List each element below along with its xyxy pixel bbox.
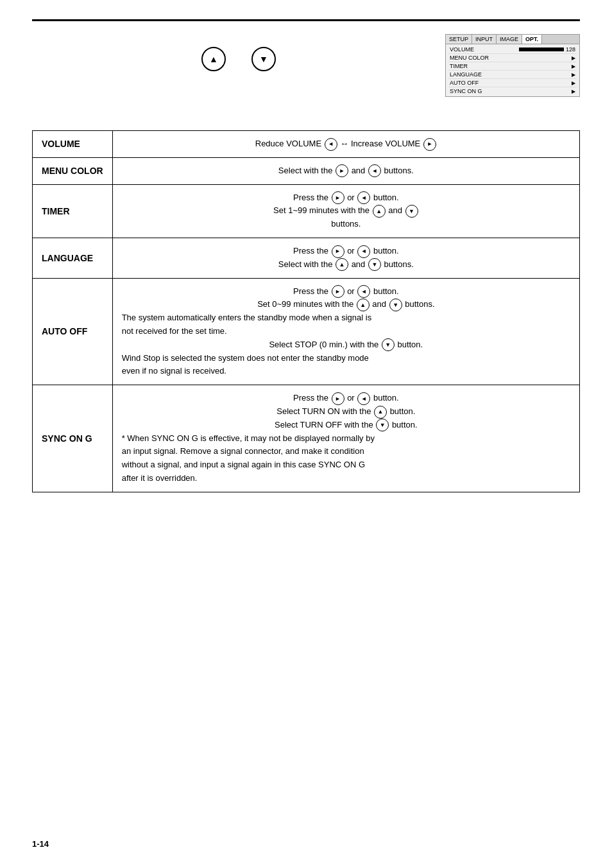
osd-arrow-language: ▶ — [572, 72, 575, 78]
desc-syncong-line2: Select TURN ON with the ▲ button. — [122, 405, 570, 419]
left-arrow-icon: ◄ — [325, 138, 337, 151]
instruction-table: VOLUME Reduce VOLUME ◄ ↔ Increase VOLUME… — [32, 130, 580, 492]
desc-timer-line2: Set 1~99 minutes with the ▲ and ▼ — [122, 204, 570, 218]
table-row-volume: VOLUME Reduce VOLUME ◄ ↔ Increase VOLUME… — [33, 131, 580, 158]
desc-syncong-line4: * When SYNC ON G is effective, it may no… — [122, 432, 570, 446]
right-btn-syncong: ► — [332, 392, 344, 405]
osd-row-language: LANGUAGE ▶ — [448, 71, 577, 79]
up-button-icon — [201, 47, 226, 71]
osd-row-menucolor: MENU COLOR ▶ — [448, 54, 577, 62]
desc-syncong: Press the ► or ◄ button. Select TURN ON … — [112, 385, 579, 492]
desc-syncong-line5: an input signal. Remove a signal connect… — [122, 445, 570, 458]
osd-row-timer: TIMER ▶ — [448, 62, 577, 71]
osd-volume-bar — [519, 48, 564, 51]
up-btn-autooff: ▲ — [357, 299, 370, 311]
desc-syncong-line6: without a signal, and input a signal aga… — [122, 458, 570, 472]
osd-tab-input: INPUT — [472, 35, 497, 44]
arrow-down-symbol — [259, 53, 268, 65]
up-btn-lang: ▲ — [336, 258, 348, 271]
left-btn-timer: ◄ — [357, 191, 370, 204]
osd-tab-image: IMAGE — [497, 35, 522, 44]
desc-autooff-line4: not received for the set time. — [122, 325, 570, 338]
down-button-icon — [251, 47, 276, 71]
osd-arrow-syncong: ▶ — [572, 89, 575, 94]
osd-menu: SETUP INPUT IMAGE OPT. VOLUME 128 MENU C… — [445, 34, 580, 97]
table-row-language: LANGUAGE Press the ► or ◄ button. Select… — [33, 238, 580, 278]
desc-autooff-line3: The system automatically enters the stan… — [122, 311, 570, 325]
desc-language-line2: Select with the ▲ and ▼ buttons. — [122, 258, 570, 272]
osd-row-autooff: AUTO OFF ▶ — [448, 79, 577, 87]
desc-volume-line1: Reduce VOLUME ◄ ↔ Increase VOLUME ► — [122, 137, 570, 151]
arrow-up-symbol — [209, 53, 218, 65]
table-row-autooff: AUTO OFF Press the ► or ◄ button. Set 0~… — [33, 278, 580, 385]
label-timer: TIMER — [33, 184, 113, 238]
osd-label-autooff: AUTO OFF — [450, 80, 570, 86]
label-language: LANGUAGE — [33, 238, 113, 278]
desc-menucolor: Select with the ► and ◄ buttons. — [112, 157, 579, 184]
desc-volume: Reduce VOLUME ◄ ↔ Increase VOLUME ► — [112, 131, 579, 158]
osd-label-menucolor: MENU COLOR — [450, 55, 570, 61]
desc-autooff: Press the ► or ◄ button. Set 0~99 minute… — [112, 278, 579, 385]
desc-autooff-line6: Wind Stop is selected the system does no… — [122, 352, 570, 365]
down-btn-autooff: ▼ — [389, 299, 402, 311]
desc-language: Press the ► or ◄ button. Select with the… — [112, 238, 579, 278]
right-btn-icon: ► — [336, 164, 348, 177]
table-row-timer: TIMER Press the ► or ◄ button. Set 1~99 … — [33, 184, 580, 238]
label-menucolor: MENU COLOR — [33, 157, 113, 184]
right-btn-autooff: ► — [332, 285, 344, 298]
header-area: SETUP INPUT IMAGE OPT. VOLUME 128 MENU C… — [32, 34, 580, 111]
down-btn-stop: ▼ — [382, 338, 395, 351]
desc-syncong-line1: Press the ► or ◄ button. — [122, 392, 570, 405]
osd-label-timer: TIMER — [450, 63, 570, 69]
osd-label-language: LANGUAGE — [450, 71, 570, 78]
desc-autooff-line1: Press the ► or ◄ button. — [122, 285, 570, 299]
page-container: SETUP INPUT IMAGE OPT. VOLUME 128 MENU C… — [0, 0, 612, 868]
left-btn-icon: ◄ — [368, 164, 381, 177]
osd-arrow-timer: ▶ — [572, 64, 575, 69]
desc-autooff-line2: Set 0~99 minutes with the ▲ and ▼ button… — [122, 298, 570, 311]
table-row-syncong: SYNC ON G Press the ► or ◄ button. Selec… — [33, 385, 580, 492]
desc-timer-line1: Press the ► or ◄ button. — [122, 191, 570, 205]
label-volume: VOLUME — [33, 131, 113, 158]
desc-timer-line3: buttons. — [122, 218, 570, 231]
label-autooff: AUTO OFF — [33, 278, 113, 385]
desc-autooff-line5: Select STOP (0 min.) with the ▼ button. — [122, 338, 570, 352]
buttons-diagram — [32, 34, 445, 71]
left-btn-autooff: ◄ — [357, 285, 370, 298]
osd-tab-setup: SETUP — [446, 35, 472, 44]
osd-arrow-autooff: ▶ — [572, 80, 575, 86]
page-number: 1-14 — [32, 839, 49, 849]
osd-tabs: SETUP INPUT IMAGE OPT. — [446, 35, 579, 44]
desc-language-line1: Press the ► or ◄ button. — [122, 245, 570, 258]
right-btn-lang: ► — [332, 245, 344, 258]
osd-row-syncong: SYNC ON G ▶ — [448, 87, 577, 95]
label-syncong: SYNC ON G — [33, 385, 113, 492]
down-btn-timer: ▼ — [405, 205, 418, 218]
table-row-menucolor: MENU COLOR Select with the ► and ◄ butto… — [33, 157, 580, 184]
left-btn-syncong: ◄ — [357, 392, 370, 405]
desc-syncong-line7: after it is overridden. — [122, 472, 570, 485]
left-btn-lang: ◄ — [357, 245, 370, 258]
down-btn-lang: ▼ — [368, 258, 381, 271]
down-btn-syncong: ▼ — [376, 419, 389, 431]
desc-menucolor-line1: Select with the ► and ◄ buttons. — [122, 164, 570, 178]
desc-timer: Press the ► or ◄ button. Set 1~99 minute… — [112, 184, 579, 238]
osd-volume-value: 128 — [566, 46, 575, 53]
osd-tab-opt: OPT. — [522, 35, 542, 44]
desc-syncong-line3: Select TURN OFF with the ▼ button. — [122, 419, 570, 432]
right-btn-timer: ► — [332, 191, 344, 204]
up-btn-timer: ▲ — [373, 205, 386, 218]
osd-label-syncong: SYNC ON G — [450, 88, 570, 94]
osd-body: VOLUME 128 MENU COLOR ▶ TIMER ▶ LANGUAGE… — [446, 44, 579, 96]
top-rule — [32, 19, 580, 21]
osd-row-volume: VOLUME 128 — [448, 46, 577, 54]
up-btn-syncong: ▲ — [374, 406, 387, 419]
osd-arrow-menucolor: ▶ — [572, 55, 575, 61]
right-arrow-icon: ► — [423, 138, 436, 151]
desc-autooff-line7: even if no signal is received. — [122, 365, 570, 378]
osd-label-volume: VOLUME — [450, 46, 519, 53]
